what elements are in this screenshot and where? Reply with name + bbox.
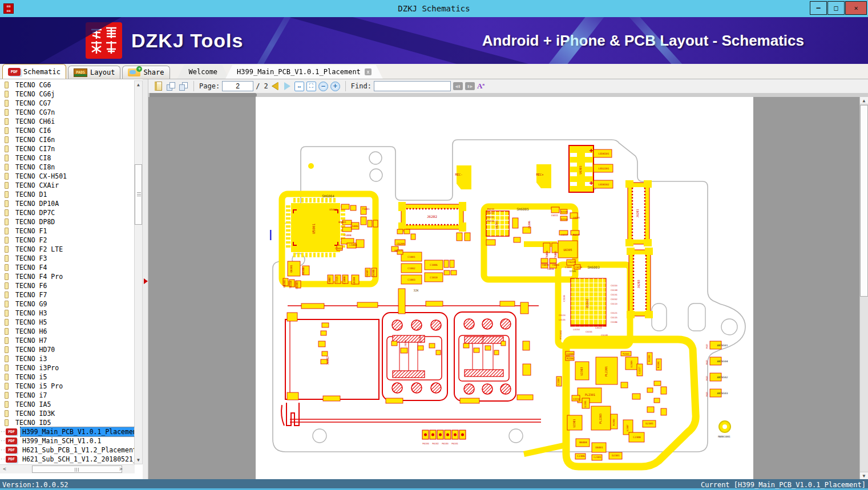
sidebar-folder-item[interactable]: TECNO H7 [0, 336, 135, 345]
sidebar-folder-item[interactable]: TECNO i7 [0, 391, 135, 400]
scroll-right-icon[interactable]: > [117, 465, 125, 473]
sidebar-folder-item[interactable]: TECNO G9 [0, 299, 135, 309]
sidebar-folder-item[interactable]: TECNO i3Pro [0, 363, 135, 372]
folder-icon [5, 291, 9, 298]
sidebar-folder-item[interactable]: TECNO DP8D [0, 217, 135, 226]
pcb-ref-label: L5006 [350, 225, 358, 228]
pcb-ref-label: ANT6501 [717, 344, 728, 347]
sidebar-folder-item[interactable]: TECNO HD70 [0, 345, 135, 354]
fit-width-icon[interactable]: ↔ [294, 82, 304, 91]
sidebar-file-item[interactable]: ···PDFH399_Main_PCB_V1.0.1_Placement [0, 427, 135, 436]
pcb-ref-label: C6508 [372, 269, 375, 277]
sidebar-folder-item[interactable]: TECNO CG7 [0, 99, 135, 108]
tab-share[interactable]: Share [122, 66, 169, 79]
sidebar-folder-item[interactable]: TECNO F7 [0, 290, 135, 299]
pcb-ref-label: HLD [705, 392, 708, 396]
sidebar-folder-item[interactable]: TECNO F1 [0, 226, 135, 236]
folder-label: TECNO H6 [14, 327, 49, 336]
scrollbar-thumb[interactable] [860, 105, 868, 297]
pcb-ref-label: F6103 [442, 442, 448, 445]
sidebar-folder-item[interactable]: TECNO CI8 [0, 153, 135, 163]
sidebar-folder-item[interactable]: TECNO F2 LTE [0, 245, 135, 254]
sidebar-file-item[interactable]: ···PDFH621_Sub_PCB_1_V1.2_Placement [0, 446, 135, 455]
sidebar-folder-item[interactable]: TECNO CI6 [0, 126, 135, 135]
folder-icon [5, 337, 9, 344]
match-case-icon[interactable]: Aª [477, 82, 485, 91]
viewer-vertical-scrollbar[interactable]: ▲ ▼ [859, 97, 868, 479]
sidebar-vertical-scrollbar[interactable]: ▲ ▼ [134, 80, 143, 464]
scrollbar-thumb[interactable] [150, 93, 257, 97]
minimize-button[interactable]: — [810, 1, 827, 15]
find-input[interactable] [374, 81, 451, 91]
doc-tab-placement[interactable]: H399_Main_PCB_V1.0.1_Placement x [225, 65, 383, 79]
sidebar-folder-item[interactable]: TECNO CH6i [0, 117, 135, 126]
sidebar-folder-item[interactable]: TECNO F2 [0, 236, 135, 245]
zoom-in-icon[interactable]: + [330, 82, 340, 91]
tab-layout[interactable]: PADS Layout [68, 66, 120, 79]
sidebar-folder-item[interactable]: TECNO CX-H501 [0, 172, 135, 181]
viewer-horizontal-scrollbar[interactable] [148, 93, 868, 97]
find-previous-icon[interactable]: ◀▮ [453, 82, 463, 90]
previous-page-icon[interactable] [272, 82, 278, 90]
sidebar-file-item[interactable]: ···PDFH621_Sub_SCH_1_V1.2_20180521_1640 [0, 455, 135, 464]
scrollbar-thumb[interactable] [32, 465, 122, 473]
pcb-ref-label: C2216 [573, 398, 580, 400]
sidebar-folder-item[interactable]: TECNO CI8n [0, 163, 135, 172]
splitter-collapse-icon[interactable] [144, 278, 148, 284]
sidebar-folder-item[interactable]: TECNO CXAir [0, 181, 135, 190]
sidebar-folder-item[interactable]: TECNO i3 [0, 354, 135, 363]
sidebar-folder-item[interactable]: TECNO F3 [0, 254, 135, 263]
pcb-ref-label: PL2201 [604, 366, 608, 376]
pcb-page[interactable]: SH6004SH6005SH6003U5001J6202J6201J6203U6… [256, 97, 753, 479]
sidebar-folder-item[interactable]: TECNO CG7n [0, 108, 135, 117]
sidebar-folder-item[interactable]: TECNO IA5 [0, 400, 135, 409]
sidebar-folder-item[interactable]: TECNO CI7n [0, 144, 135, 153]
tab-schematic[interactable]: PDF Schematic [2, 64, 66, 79]
close-tab-icon[interactable]: x [365, 68, 372, 75]
pcb-ref-label: L3122 [595, 326, 601, 329]
pcb-ref-label: C6507 [366, 269, 369, 277]
scroll-down-icon[interactable]: ▼ [135, 456, 142, 464]
sidebar-folder-item[interactable]: TECNO DP7C [0, 208, 135, 217]
tab-label: Share [143, 68, 164, 76]
rotate-right-icon[interactable] [178, 81, 188, 91]
scroll-down-icon[interactable]: ▼ [860, 472, 868, 479]
sidebar-horizontal-scrollbar[interactable]: < > [0, 464, 135, 473]
sidebar-folder-item[interactable]: TECNO DP10A [0, 199, 135, 208]
maximize-button[interactable]: □ [827, 1, 845, 15]
sidebar-folder-item[interactable]: TECNO i5 Pro [0, 382, 135, 391]
sidebar-folder-item[interactable]: TECNO D1 [0, 190, 135, 199]
sidebar-folder-item[interactable]: TECNO CI6n [0, 135, 135, 144]
scroll-up-icon[interactable]: ▲ [135, 81, 142, 88]
pcb-ref-label: PL2203 [599, 414, 602, 424]
folder-label: TECNO i3Pro [14, 363, 60, 372]
sidebar-splitter[interactable] [143, 79, 148, 479]
doc-tab-welcome[interactable]: Welcome [177, 65, 229, 79]
sidebar-file-item[interactable]: ···PDFH399_Main_SCH_V1.0.1 [0, 436, 135, 446]
app-name: DZKJ Tools [131, 30, 243, 52]
sidebar-folder-item[interactable]: TECNO H5 [0, 318, 135, 327]
scrollbar-thumb[interactable] [135, 164, 142, 225]
sidebar-folder-item[interactable]: TECNO F6 [0, 281, 135, 290]
rotate-left-icon[interactable] [165, 81, 176, 91]
sidebar-folder-item[interactable]: TECNO ID5 [0, 418, 135, 427]
next-page-icon[interactable] [284, 82, 290, 90]
sidebar-folder-item[interactable]: TECNO H3 [0, 309, 135, 318]
find-next-icon[interactable]: ▮▶ [465, 82, 475, 90]
sidebar-folder-item[interactable]: TECNO CG6 [0, 80, 135, 90]
zoom-out-icon[interactable]: − [318, 82, 328, 91]
sidebar-folder-item[interactable]: TECNO F4 Pro [0, 272, 135, 281]
scroll-left-icon[interactable]: < [1, 465, 9, 473]
sidebar-folder-item[interactable]: TECNO H6 [0, 327, 135, 336]
page-number-input[interactable] [222, 81, 253, 91]
scroll-up-icon[interactable]: ▲ [860, 97, 868, 104]
sidebar-folder-item[interactable]: TECNO ID3K [0, 409, 135, 418]
folder-label: TECNO F6 [14, 281, 49, 290]
folder-label: TECNO F4 [14, 263, 49, 272]
sidebar-folder-item[interactable]: TECNO i5 [0, 372, 135, 382]
sidebar-folder-item[interactable]: TECNO F4 [0, 263, 135, 272]
sidebar-folder-item[interactable]: TECNO CG6j [0, 90, 135, 99]
fit-page-icon[interactable]: ⛶ [306, 82, 316, 91]
page-thumbnail-icon[interactable] [153, 81, 163, 91]
close-button[interactable]: ✕ [845, 1, 867, 15]
